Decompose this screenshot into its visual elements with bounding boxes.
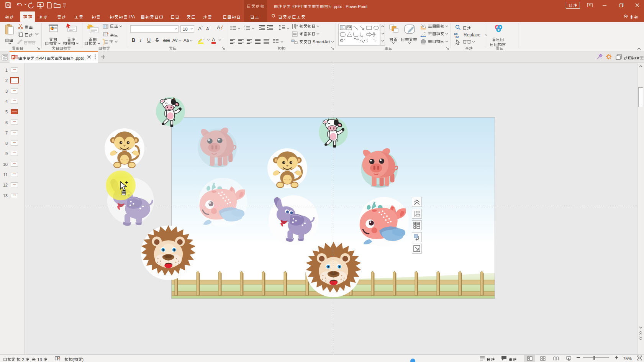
svg-text:2: 2 [244, 28, 245, 31]
svg-text:1: 1 [244, 25, 245, 28]
svg-text:P: P [12, 56, 15, 59]
svg-text:ac: ac [456, 35, 459, 38]
svg-text:A: A [296, 24, 298, 27]
svg-text:A: A [217, 25, 220, 30]
